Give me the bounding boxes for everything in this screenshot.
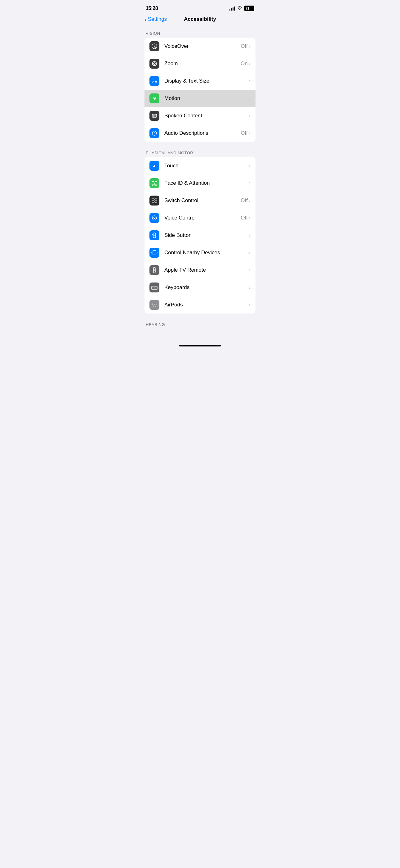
keyboards-label: Keyboards [164,284,190,290]
svg-point-11 [154,98,155,99]
svg-point-34 [154,269,155,270]
switch-control-chevron-icon: › [249,198,251,203]
switch-control-item[interactable]: Switch Control Off › [144,192,256,209]
keyboards-content: Keyboards › [164,284,251,290]
back-button[interactable]: ‹ Settings [144,16,167,22]
touch-right: › [249,163,251,168]
home-bar [179,345,221,346]
face-id-item[interactable]: Face ID & Attention › [144,175,256,192]
spoken-content-chevron-icon: › [249,113,251,119]
control-nearby-icon [149,248,159,258]
switch-control-icon [149,195,159,206]
voice-control-icon [149,213,159,223]
face-id-label: Face ID & Attention [164,180,210,186]
voice-control-item[interactable]: Voice Control Off › [144,209,256,227]
display-text-size-item[interactable]: A A Display & Text Size › [144,72,256,90]
voiceover-content: VoiceOver Off › [164,43,251,49]
hearing-section-header: HEARING [139,320,261,329]
voiceover-chevron-icon: › [249,43,251,49]
status-icons: 71 [229,6,254,11]
svg-point-20 [154,183,154,183]
display-text-size-right: › [249,78,251,84]
display-text-size-content: Display & Text Size › [164,78,251,84]
page-title: Accessibility [184,16,216,22]
signal-bar-1 [229,9,230,10]
battery-icon: 71 [244,6,254,11]
physical-motor-section: PHYSICAL AND MOTOR Touch › [139,148,261,314]
svg-rect-19 [155,185,157,185]
apple-tv-remote-item[interactable]: Apple TV Remote › [144,261,256,279]
motion-right: › [249,96,251,101]
switch-control-content: Switch Control Off › [164,197,251,204]
side-button-right: › [249,232,251,238]
voiceover-value: Off [241,43,247,49]
keyboards-right: › [249,285,251,290]
face-id-right: › [249,180,251,186]
audio-descriptions-value: Off [241,130,247,136]
audio-descriptions-item[interactable]: " Audio Descriptions Off › [144,124,256,142]
voice-control-right: Off › [241,215,251,221]
switch-control-value: Off [241,197,247,204]
control-nearby-label: Control Nearby Devices [164,250,220,256]
airpods-chevron-icon: › [249,302,251,308]
zoom-content: Zoom On › [164,61,251,67]
face-id-chevron-icon: › [249,180,251,186]
svg-rect-18 [152,185,154,185]
zoom-item[interactable]: Zoom On › [144,55,256,72]
motion-item[interactable]: Motion › [144,90,256,107]
airpods-icon [149,300,159,310]
audio-descriptions-content: Audio Descriptions Off › [164,130,251,136]
svg-rect-16 [152,181,154,182]
svg-text:A: A [155,80,157,84]
zoom-right: On › [241,61,251,67]
switch-control-label: Switch Control [164,197,198,204]
motion-label: Motion [164,95,180,101]
touch-content: Touch › [164,163,251,169]
voice-control-value: Off [241,215,247,221]
audio-descriptions-chevron-icon: › [249,130,251,136]
vision-section-header: VISION [139,29,261,37]
face-id-content: Face ID & Attention › [164,180,251,186]
apple-tv-remote-content: Apple TV Remote › [164,267,251,273]
touch-item[interactable]: Touch › [144,157,256,175]
keyboards-item[interactable]: Keyboards › [144,279,256,296]
airpods-item[interactable]: AirPods › [144,296,256,314]
signal-bars-icon [229,6,235,10]
side-button-item[interactable]: Side Button › [144,227,256,244]
face-id-icon [149,178,159,188]
voice-control-chevron-icon: › [249,215,251,221]
side-button-chevron-icon: › [249,232,251,238]
voice-control-content: Voice Control Off › [164,215,251,221]
voiceover-label: VoiceOver [164,43,189,49]
motion-chevron-icon: › [249,96,251,101]
switch-control-right: Off › [241,197,251,204]
display-text-size-chevron-icon: › [249,78,251,84]
control-nearby-item[interactable]: Control Nearby Devices › [144,244,256,261]
side-button-label: Side Button [164,232,192,239]
svg-text:80: 80 [153,115,156,117]
svg-point-27 [152,216,157,220]
audio-descriptions-label: Audio Descriptions [164,130,208,136]
keyboards-chevron-icon: › [249,285,251,290]
touch-icon [149,161,159,171]
svg-text:": " [154,132,155,135]
airpods-content: AirPods › [164,302,251,308]
motion-icon [149,93,159,103]
signal-bar-3 [233,7,233,10]
control-nearby-chevron-icon: › [249,250,251,255]
voiceover-item[interactable]: a VoiceOver Off › [144,37,256,55]
svg-text:a: a [154,45,155,48]
voiceover-icon: a [149,41,159,51]
display-text-size-label: Display & Text Size [164,78,209,84]
spoken-content-icon: 80 [149,111,159,121]
spoken-content-item[interactable]: 80 Spoken Content › [144,107,256,124]
apple-tv-remote-icon [149,265,159,275]
side-button-content: Side Button › [164,232,251,239]
status-time: 15:28 [146,6,158,11]
zoom-label: Zoom [164,61,178,67]
svg-rect-25 [152,201,154,203]
display-text-size-icon: A A [149,76,159,86]
touch-label: Touch [164,163,178,169]
svg-point-21 [155,183,155,183]
voice-control-label: Voice Control [164,215,196,221]
